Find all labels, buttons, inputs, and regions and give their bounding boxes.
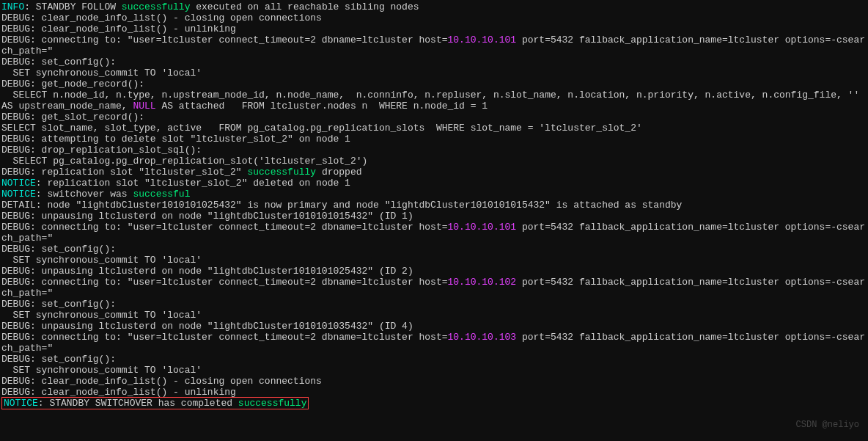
- log-span: 10.10.10.102: [448, 277, 517, 288]
- log-line: DEBUG: set_config():: [1, 299, 867, 310]
- log-line: NOTICE: switchover was successful: [1, 189, 867, 200]
- log-line: DEBUG: clear_node_info_list() - unlinkin…: [1, 387, 867, 398]
- log-line: DEBUG: drop_replication_slot_sql():: [1, 145, 867, 156]
- log-line: DEBUG: clear_node_info_list() - closing …: [1, 12, 867, 23]
- log-span: DEBUG: connecting to: "user=ltcluster co…: [1, 34, 448, 45]
- log-span: SET synchronous_commit TO 'local': [1, 365, 202, 376]
- log-span: SET synchronous_commit TO 'local': [1, 68, 202, 79]
- log-span: DEBUG: set_config():: [1, 57, 116, 68]
- log-line: DEBUG: set_config():: [1, 244, 867, 255]
- log-span: INFO: [1, 1, 24, 12]
- log-span: DEBUG: connecting to: "user=ltcluster co…: [1, 277, 448, 288]
- log-line: DEBUG: get_slot_record():: [1, 112, 867, 123]
- log-span: successfully: [247, 167, 316, 178]
- log-span: DEBUG: connecting to: "user=ltcluster co…: [1, 222, 448, 233]
- log-span: DEBUG: get_node_record():: [1, 79, 144, 90]
- log-span: DEBUG: clear_node_info_list() - closing …: [1, 12, 322, 23]
- log-line: DEBUG: connecting to: "user=ltcluster co…: [1, 222, 867, 244]
- log-span: DEBUG: attempting to delete slot "ltclus…: [1, 134, 350, 145]
- log-span: DEBUG: unpausing ltclusterd on node "lig…: [1, 211, 413, 222]
- log-line: SELECT slot_name, slot_type, active FROM…: [1, 123, 867, 134]
- log-span: NOTICE: [1, 178, 36, 189]
- log-line: DEBUG: set_config():: [1, 57, 867, 68]
- log-span: DEBUG: drop_replication_slot_sql():: [1, 145, 202, 156]
- log-span: 10.10.10.101: [448, 34, 517, 45]
- log-span: : STANDBY FOLLOW: [24, 1, 122, 12]
- log-line: DEBUG: replication slot "ltcluster_slot_…: [1, 167, 867, 178]
- log-span: NULL: [133, 101, 155, 112]
- log-line: DEBUG: unpausing ltclusterd on node "lig…: [1, 266, 867, 277]
- log-span: DEBUG: connecting to: "user=ltcluster co…: [1, 332, 448, 343]
- log-line: DEBUG: connecting to: "user=ltcluster co…: [1, 34, 867, 57]
- log-span: DEBUG: set_config():: [1, 244, 116, 255]
- log-line: DEBUG: unpausing ltclusterd on node "lig…: [1, 321, 867, 332]
- log-span: 10.10.10.103: [448, 332, 517, 343]
- log-span: NOTICE: [4, 398, 38, 409]
- log-span: successful: [133, 189, 190, 200]
- log-line: DEBUG: unpausing ltclusterd on node "lig…: [1, 211, 867, 222]
- log-line: SET synchronous_commit TO 'local': [1, 365, 867, 376]
- log-line: SELECT n.node_id, n.type, n.upstream_nod…: [1, 90, 867, 112]
- log-span: DEBUG: clear_node_info_list() - unlinkin…: [1, 387, 236, 398]
- log-span: successfully: [238, 398, 307, 409]
- log-span: DEBUG: unpausing ltclusterd on node "lig…: [1, 321, 413, 332]
- log-span: SET synchronous_commit TO 'local': [1, 255, 202, 266]
- log-line: SET synchronous_commit TO 'local': [1, 310, 867, 321]
- log-line: DEBUG: clear_node_info_list() - unlinkin…: [1, 23, 867, 34]
- log-span: dropped: [316, 167, 361, 178]
- log-line: DETAIL: node "lightdbCluster101010102543…: [1, 200, 867, 211]
- log-span: SELECT pg_catalog.pg_drop_replication_sl…: [1, 156, 367, 167]
- log-line: NOTICE: replication slot "ltcluster_slot…: [1, 178, 867, 189]
- highlight-box: NOTICE: STANDBY SWITCHOVER has completed…: [1, 397, 309, 409]
- log-line: DEBUG: connecting to: "user=ltcluster co…: [1, 277, 867, 299]
- log-line: NOTICE: STANDBY SWITCHOVER has completed…: [1, 398, 867, 409]
- log-line: SET synchronous_commit TO 'local': [1, 255, 867, 266]
- log-span: AS attached FROM ltcluster.nodes n WHERE…: [156, 101, 488, 112]
- log-line: SELECT pg_catalog.pg_drop_replication_sl…: [1, 156, 867, 167]
- log-span: DEBUG: set_config():: [1, 354, 116, 365]
- log-span: DEBUG: get_slot_record():: [1, 112, 144, 123]
- log-span: NOTICE: [1, 189, 36, 200]
- log-line: DEBUG: attempting to delete slot "ltclus…: [1, 134, 867, 145]
- log-span: SELECT slot_name, slot_type, active FROM…: [1, 123, 642, 134]
- log-line: DEBUG: set_config():: [1, 354, 867, 365]
- log-span: SET synchronous_commit TO 'local': [1, 310, 202, 321]
- log-span: executed on all reachable sibling nodes: [190, 1, 419, 12]
- log-span: : switchover was: [36, 189, 133, 200]
- log-line: DEBUG: connecting to: "user=ltcluster co…: [1, 332, 867, 354]
- log-span: : replication slot "ltcluster_slot_2" de…: [36, 178, 350, 189]
- log-line: DEBUG: clear_node_info_list() - closing …: [1, 376, 867, 387]
- log-span: DEBUG: clear_node_info_list() - unlinkin…: [1, 23, 236, 34]
- log-span: successfully: [122, 1, 191, 12]
- log-span: DEBUG: set_config():: [1, 299, 116, 310]
- log-span: : STANDBY SWITCHOVER has completed: [38, 398, 238, 409]
- log-line: DEBUG: get_node_record():: [1, 79, 867, 90]
- log-span: DEBUG: replication slot "ltcluster_slot_…: [1, 167, 247, 178]
- log-span: DEBUG: clear_node_info_list() - closing …: [1, 376, 322, 387]
- log-span: 10.10.10.101: [448, 222, 517, 233]
- log-span: DETAIL: node "lightdbCluster101010102543…: [1, 200, 682, 211]
- terminal-output: INFO: STANDBY FOLLOW successfully execut…: [0, 0, 868, 410]
- log-line: INFO: STANDBY FOLLOW successfully execut…: [1, 1, 867, 12]
- log-span: DEBUG: unpausing ltclusterd on node "lig…: [1, 266, 413, 277]
- log-line: SET synchronous_commit TO 'local': [1, 68, 867, 79]
